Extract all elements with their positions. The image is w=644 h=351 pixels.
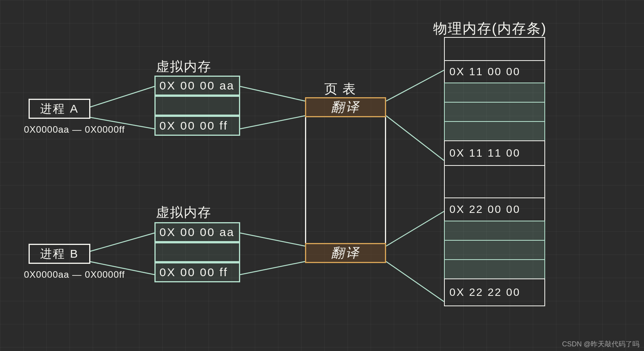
pm-cell-5-text — [445, 122, 544, 140]
vmem-a-title: 虚拟内存 — [156, 58, 212, 76]
vmem-a-top-cell: 0X 00 00 aa — [154, 76, 240, 96]
svg-line-9 — [240, 262, 305, 275]
page-table-frame — [305, 116, 386, 247]
vmem-b-top-text: 0X 00 00 aa — [156, 223, 239, 241]
svg-line-3 — [240, 116, 305, 129]
vmem-a-bottom-cell: 0X 00 00 ff — [154, 116, 240, 136]
pm-cell-2: 0X 11 00 00 — [444, 60, 545, 83]
pm-cell-4 — [444, 102, 545, 122]
pm-cell-11 — [444, 259, 545, 279]
pm-cell-7-text — [445, 166, 544, 197]
svg-line-0 — [90, 86, 154, 107]
svg-line-11 — [386, 262, 444, 302]
pm-cell-1 — [444, 37, 545, 61]
process-a-range: 0X0000aa — 0X0000ff — [24, 124, 125, 135]
vmem-b-bottom-text: 0X 00 00 ff — [156, 263, 239, 281]
pm-cell-12: 0X 22 22 00 — [444, 278, 545, 306]
pm-cell-7 — [444, 165, 545, 198]
translate-top-text: 翻译 — [306, 98, 385, 116]
svg-line-6 — [90, 233, 154, 251]
svg-line-8 — [240, 233, 305, 246]
svg-line-5 — [386, 116, 444, 160]
pm-cell-4-text — [445, 103, 544, 121]
pm-cell-9-text — [445, 221, 544, 240]
process-a-box: 进程 A — [29, 99, 90, 119]
pm-cell-12-text: 0X 22 22 00 — [445, 279, 544, 305]
watermark-text: CSDN @昨天敲代码了吗 — [562, 339, 639, 349]
vmem-a-top-text: 0X 00 00 aa — [156, 77, 239, 94]
pm-cell-3 — [444, 83, 545, 103]
pm-cell-2-text: 0X 11 00 00 — [445, 61, 544, 83]
pm-cell-8-text: 0X 22 00 00 — [445, 198, 544, 221]
svg-line-4 — [386, 70, 444, 101]
pm-cell-5 — [444, 121, 545, 141]
pm-cell-10-text — [445, 241, 544, 259]
diagram-stage: 进程 A 0X0000aa — 0X0000ff 虚拟内存 0X 00 00 a… — [0, 0, 644, 351]
vmem-a-bottom-text: 0X 00 00 ff — [156, 117, 239, 135]
svg-line-10 — [386, 211, 444, 246]
vmem-b-bottom-cell: 0X 00 00 ff — [154, 262, 240, 282]
vmem-b-title: 虚拟内存 — [156, 204, 212, 221]
pm-cell-1-text — [445, 38, 544, 60]
physical-memory-title: 物理内存(内存条) — [433, 19, 547, 38]
translate-bottom-text: 翻译 — [306, 244, 385, 262]
pm-cell-6: 0X 11 11 00 — [444, 140, 545, 166]
pm-cell-11-text — [445, 260, 544, 278]
svg-line-2 — [240, 86, 305, 101]
pm-cell-3-text — [445, 83, 544, 102]
vmem-a-mid-cell — [154, 96, 240, 116]
process-b-range: 0X0000aa — 0X0000ff — [24, 269, 125, 280]
process-a-title: 进程 A — [30, 100, 89, 118]
pm-cell-9 — [444, 221, 545, 241]
translate-top-box: 翻译 — [305, 97, 386, 117]
vmem-b-mid-cell — [154, 242, 240, 262]
translate-bottom-box: 翻译 — [305, 243, 386, 263]
pm-cell-10 — [444, 240, 545, 260]
pm-cell-8: 0X 22 00 00 — [444, 197, 545, 221]
process-b-box: 进程 B — [29, 244, 90, 264]
process-b-title: 进程 B — [30, 245, 89, 263]
pm-cell-6-text: 0X 11 11 00 — [445, 141, 544, 165]
vmem-b-top-cell: 0X 00 00 aa — [154, 222, 240, 242]
page-table-title: 页 表 — [324, 80, 356, 98]
